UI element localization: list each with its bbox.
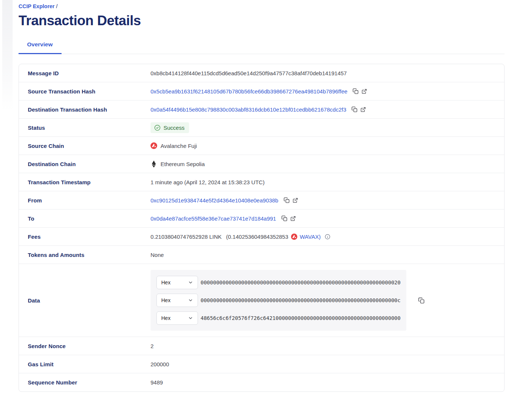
timestamp-value: 1 minute ago (April 12, 2024 at 15:38:23… xyxy=(151,179,265,185)
row-to: To 0x0da4e87acfce55f58e36e7cae73741e7d18… xyxy=(19,209,504,228)
gas-limit-value: 200000 xyxy=(151,361,169,367)
destination-tx-copy-button[interactable] xyxy=(351,106,357,112)
row-status: Status Success xyxy=(19,119,504,137)
sequence-number-value: 9489 xyxy=(151,379,163,386)
row-data: Data Hex 0000000000000000000000000000000… xyxy=(19,264,504,337)
message-id-label: Message ID xyxy=(28,70,151,76)
row-timestamp: Transaction Timestamp 1 minute ago (Apri… xyxy=(19,173,504,191)
fees-info-button[interactable] xyxy=(325,234,330,239)
data-hex-box: Hex 000000000000000000000000000000000000… xyxy=(151,270,406,331)
destination-tx-external-link-button[interactable] xyxy=(360,107,366,112)
to-copy-button[interactable] xyxy=(281,215,287,221)
from-copy-button[interactable] xyxy=(284,197,290,203)
status-badge: Success xyxy=(151,122,189,133)
source-chain-value: Avalanche Fuji xyxy=(161,143,197,149)
data-copy-button[interactable] xyxy=(418,297,424,304)
external-link-icon xyxy=(361,89,367,94)
external-link-icon xyxy=(290,216,296,221)
data-line: Hex 000000000000000000000000000000000000… xyxy=(156,294,400,307)
data-line: Hex 000000000000000000000000000000000000… xyxy=(156,276,400,289)
tokens-and-amounts-value: None xyxy=(151,252,164,258)
avalanche-icon xyxy=(151,142,157,149)
copy-icon xyxy=(281,215,287,221)
row-from: From 0xc90125d1e9384744e5f2d4364e10408e0… xyxy=(19,191,504,209)
row-tokens-and-amounts: Tokens and Amounts None xyxy=(19,246,504,264)
data-hex-value: 48656c6c6f20576f726c64210000000000000000… xyxy=(201,315,400,321)
data-format-select-value: Hex xyxy=(161,315,171,321)
to-external-link-button[interactable] xyxy=(290,216,296,221)
source-chain-label: Source Chain xyxy=(28,143,151,149)
chevron-down-icon xyxy=(188,315,193,321)
external-link-icon xyxy=(293,198,298,203)
status-label: Status xyxy=(28,125,151,131)
destination-chain-label: Destination Chain xyxy=(28,161,151,167)
source-tx-hash-link[interactable]: 0x5cb5ea9b1631f62148105d67b780b56fce66db… xyxy=(151,88,347,95)
fees-converted-amount: (0.140253604984352853 xyxy=(226,234,288,240)
message-id-value: 0xb8cb414128f440e115dcd5d6ead50e14d250f9… xyxy=(151,70,347,76)
row-destination-chain: Destination Chain Ethereum Sepolia xyxy=(19,155,504,173)
data-format-select-value: Hex xyxy=(161,280,171,285)
tab-overview[interactable]: Overview xyxy=(19,41,62,54)
data-format-select-value: Hex xyxy=(161,297,171,303)
info-icon xyxy=(325,234,330,239)
copy-icon xyxy=(353,88,358,94)
breadcrumb: CCIP Explorer/ xyxy=(19,3,505,10)
row-source-chain: Source Chain Avalanche Fuji xyxy=(19,137,504,155)
row-sequence-number: Sequence Number 9489 xyxy=(19,373,504,391)
ethereum-icon xyxy=(151,161,157,168)
source-tx-copy-button[interactable] xyxy=(353,88,358,94)
row-sender-nonce: Sender Nonce 2 xyxy=(19,337,504,355)
data-format-select[interactable]: Hex xyxy=(156,294,198,307)
fees-amount: 0.21038040747652928 LINK xyxy=(151,234,222,240)
fees-label: Fees xyxy=(28,234,151,240)
data-format-select[interactable]: Hex xyxy=(156,311,198,325)
breadcrumb-separator: / xyxy=(56,3,57,9)
source-tx-external-link-button[interactable] xyxy=(361,89,367,94)
source-tx-hash-label: Source Transaction Hash xyxy=(28,88,151,95)
details-card: Message ID 0xb8cb414128f440e115dcd5d6ead… xyxy=(19,64,505,392)
sequence-number-label: Sequence Number xyxy=(28,379,151,386)
to-address-link[interactable]: 0x0da4e87acfce55f58e36e7cae73741e7d184a9… xyxy=(151,215,276,222)
copy-icon xyxy=(351,106,357,112)
sender-nonce-value: 2 xyxy=(151,343,153,349)
transaction-details-page: CCIP Explorer/ Transaction Details Overv… xyxy=(0,0,532,392)
destination-tx-hash-label: Destination Transaction Hash xyxy=(28,106,151,113)
data-label: Data xyxy=(28,297,151,304)
data-hex-value: 0000000000000000000000000000000000000000… xyxy=(201,280,400,285)
row-gas-limit: Gas Limit 200000 xyxy=(19,355,504,373)
row-destination-tx-hash: Destination Transaction Hash 0x0a54f4496… xyxy=(19,100,504,119)
check-circle-icon xyxy=(154,125,161,131)
destination-chain-value: Ethereum Sepolia xyxy=(161,161,205,167)
row-source-tx-hash: Source Transaction Hash 0x5cb5ea9b1631f6… xyxy=(19,82,504,100)
sender-nonce-label: Sender Nonce xyxy=(28,343,151,349)
timestamp-label: Transaction Timestamp xyxy=(28,179,151,185)
tab-bar: Overview xyxy=(19,41,505,54)
copy-icon xyxy=(284,197,290,203)
copy-icon xyxy=(418,297,424,304)
data-line: Hex 48656c6c6f20576f726c6421000000000000… xyxy=(156,311,400,325)
from-external-link-button[interactable] xyxy=(293,198,298,203)
page-title: Transaction Details xyxy=(19,13,505,29)
gas-limit-label: Gas Limit xyxy=(28,361,151,367)
data-format-select[interactable]: Hex xyxy=(156,276,198,289)
data-hex-value: 0000000000000000000000000000000000000000… xyxy=(201,297,400,303)
to-label: To xyxy=(28,215,151,222)
from-label: From xyxy=(28,197,151,204)
wavax-token-link[interactable]: WAVAX) xyxy=(300,234,321,240)
tokens-and-amounts-label: Tokens and Amounts xyxy=(28,252,151,258)
from-address-link[interactable]: 0xc90125d1e9384744e5f2d4364e10408e0ea903… xyxy=(151,197,278,204)
external-link-icon xyxy=(360,107,366,112)
chevron-down-icon xyxy=(188,280,193,285)
row-fees: Fees 0.21038040747652928 LINK (0.1402536… xyxy=(19,228,504,246)
avalanche-icon xyxy=(291,234,297,240)
row-message-id: Message ID 0xb8cb414128f440e115dcd5d6ead… xyxy=(19,64,504,82)
destination-tx-hash-link[interactable]: 0x0a54f4496b15e808c798830c003abf8316dcb6… xyxy=(151,106,346,113)
breadcrumb-ccip-explorer-link[interactable]: CCIP Explorer xyxy=(19,3,54,9)
status-badge-text: Success xyxy=(163,125,185,131)
chevron-down-icon xyxy=(188,298,193,303)
